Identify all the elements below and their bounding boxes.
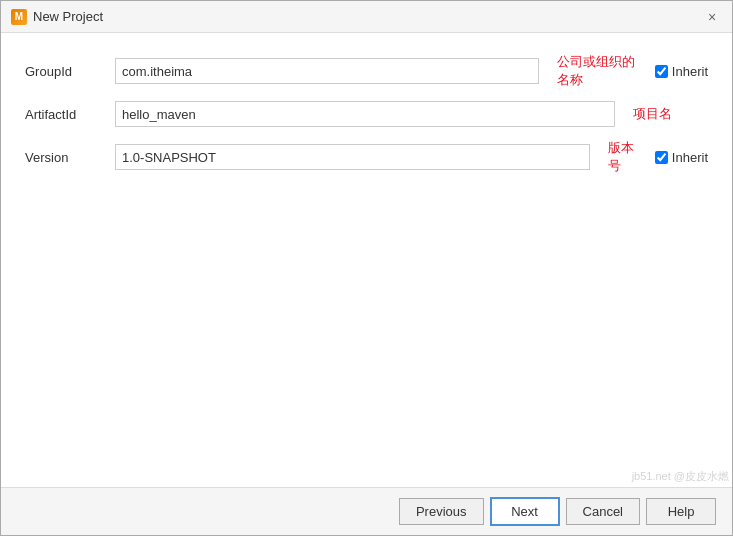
app-icon: M (11, 9, 27, 25)
title-bar-left: M New Project (11, 9, 103, 25)
groupid-label: GroupId (25, 64, 105, 79)
help-button[interactable]: Help (646, 498, 716, 525)
version-annotation: 版本号 (608, 139, 645, 175)
version-label: Version (25, 150, 105, 165)
version-input[interactable] (115, 144, 590, 170)
close-button[interactable]: × (702, 7, 722, 27)
next-button[interactable]: Next (490, 497, 560, 526)
bottom-bar: Previous Next Cancel Help (1, 487, 732, 535)
version-inherit-checkbox[interactable] (655, 151, 668, 164)
groupid-input[interactable] (115, 58, 539, 84)
form-section: GroupId 公司或组织的名称 Inherit ArtifactId 项目名 (25, 53, 708, 175)
artifactid-label: ArtifactId (25, 107, 105, 122)
groupid-inherit-label: Inherit (672, 64, 708, 79)
version-inherit-label: Inherit (672, 150, 708, 165)
artifactid-input[interactable] (115, 101, 615, 127)
artifactid-row: ArtifactId 项目名 (25, 101, 708, 127)
dialog-content: GroupId 公司或组织的名称 Inherit ArtifactId 项目名 (1, 33, 732, 487)
version-row: Version 版本号 Inherit (25, 139, 708, 175)
title-bar: M New Project × (1, 1, 732, 33)
groupid-inherit-checkbox[interactable] (655, 65, 668, 78)
cancel-button[interactable]: Cancel (566, 498, 640, 525)
groupid-row: GroupId 公司或组织的名称 Inherit (25, 53, 708, 89)
window-title: New Project (33, 9, 103, 24)
groupid-annotation: 公司或组织的名称 (557, 53, 645, 89)
artifactid-annotation: 项目名 (633, 105, 672, 123)
previous-button[interactable]: Previous (399, 498, 484, 525)
